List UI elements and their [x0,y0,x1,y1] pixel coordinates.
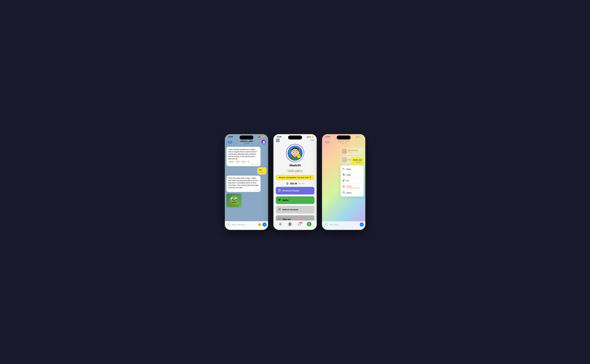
message-bubble-2: Man 6.42 pm ✓ [257,167,267,174]
delete-ctx-content: Delete auto-deletes in 23:59:55 [346,185,360,188]
message-time-2: 6.42 pm ✓ [259,171,265,173]
nav-settings[interactable]: ⚙️ [279,222,282,226]
wallet-button[interactable]: Wallet [276,196,315,204]
chat-header-info-3: 0x571a...a451 Stranger [329,140,359,144]
delete-ctx-label: Delete [346,185,360,187]
chat-peer-name-1: 0x571a...a451 [232,140,261,143]
sticker-message-1: 6.43 pm [226,194,242,209]
profile-name: Wade35 [289,164,301,167]
context-reply-item[interactable]: Reply [341,166,364,172]
chat-input-bar-1: Write a message__ 😊 [225,221,268,230]
phone-2-profile: 10:00 📶 🔋 [272,133,318,231]
attach-button-3[interactable] [323,222,328,227]
add-account-label: Add an account [282,208,298,211]
avatar-ring [286,144,304,162]
copy-address-icon: ⧉ [301,170,302,172]
battery-icon-2: 🔋 [312,136,314,138]
svg-point-0 [263,141,265,143]
message-input-3[interactable]: Send a ting... [329,224,359,226]
chat-header-info-1: 0x571a...a451 Stranger [232,140,261,144]
back-button-3[interactable]: ‹ 537 [324,141,329,143]
reaction-dance[interactable]: 💅 14 [241,161,246,163]
message-input-1[interactable]: Write a message__ [232,224,257,226]
context-delete-item[interactable]: Delete auto-deletes in 23:59:55 [341,184,364,190]
back-chevron-icon-1: ‹ [227,141,227,143]
svg-point-48 [343,192,345,194]
file-attachment-1: IMG_6244.HEIC 1.4 MB [341,148,364,155]
recovery-phrase-icon [278,189,281,193]
back-chevron-icon-3: ‹ [324,141,325,143]
chat-avatar-1[interactable] [261,140,266,145]
message-reactions-1: ❤️‍🔥 353 🔥 55 💅 14 ⚙️ [228,161,259,163]
profile-bio: designer, photographer, 'big tasty' love… [276,175,315,180]
context-menu-area: Sweet, cya! 6.44 pm ✓ Reply [341,157,364,196]
chat-peer-status-3: Stranger [329,143,359,144]
phones-container: 10:00 📶 🔋 ‹ 537 0x571a...a451 Strange [224,133,366,231]
message-time-3: 6.43 pm [228,189,259,191]
reaction-gear[interactable]: ⚙️ [247,161,250,163]
delete-ctx-icon [342,185,345,188]
attach-button-1[interactable] [226,222,230,227]
messages-badge: 34 [300,222,302,223]
settings-nav-icon: ⚙️ [279,222,282,226]
context-select-item[interactable]: Select [341,190,364,196]
profile-content-2: Edit [273,139,317,223]
chat-header-3: ‹ 537 0x571a...a451 Stranger [322,139,365,146]
svg-rect-46 [343,174,344,176]
wifi-icon-2: 📶 [309,136,311,138]
nav-profile[interactable]: 👤 [288,222,292,226]
nav-add-icon: + [308,222,310,226]
stats-sub-value: 965,34$ [298,182,304,184]
phone-3-context: 10:00 📶 🔋 ‹ 537 0x571a...a451 Strange [321,133,366,231]
dynamic-island-1 [240,136,253,139]
sign-out-icon [278,217,281,221]
battery-icon-1: 🔋 [263,136,265,138]
chat-header-1: ‹ 537 0x571a...a451 Stranger [225,139,268,146]
file-size-1: 1.4 MB [347,151,358,153]
context-message-text: Sweet, cya! [353,159,362,161]
svg-point-32 [279,190,280,191]
edit-button[interactable]: Edit [310,139,314,142]
context-popup-menu: Reply Copy [341,165,364,197]
message-text-3: That's the whole point of tingl - neithe… [228,177,259,189]
status-icons-3: 📶 🔋 [355,136,362,138]
back-badge-3: 537 [325,141,329,143]
recovery-phrase-label: Recovery Phrase [282,189,299,192]
status-time-3: 10:00 [325,136,330,138]
svg-point-26 [291,152,292,154]
context-copy-item[interactable]: Copy [341,172,364,178]
context-pin-item[interactable]: Pin [341,178,364,184]
pepe-sticker [226,194,242,208]
copy-ctx-label: Copy [346,174,351,176]
svg-point-1 [263,143,265,144]
chat-peer-status-1: Stranger [232,143,261,144]
pin-ctx-label: Pin [346,180,349,182]
wallet-address-button[interactable]: 05a4b0...34fdf8 ⧉ [286,169,303,173]
svg-rect-39 [278,199,280,199]
recovery-phrase-button[interactable]: Recovery Phrase [276,187,315,195]
nav-messages[interactable]: 💬 34 [298,222,301,226]
bottom-nav-2: ⚙️ 👤 💬 34 + [273,221,317,230]
emoji-button-1[interactable]: 😊 [258,223,262,226]
reaction-fire[interactable]: 🔥 55 [235,161,240,163]
context-message-time: 6.44 pm ✓ [353,162,362,163]
message-bubble-3: That's the whole point of tingl - neithe… [226,176,260,192]
dynamic-island-3 [337,136,351,139]
stats-icon: ⚙️ [286,182,289,185]
dynamic-island-2 [288,136,302,139]
wallet-address-text: 05a4b0...34fdf8 [288,170,300,172]
back-button-1[interactable]: ‹ 537 [227,141,232,143]
back-badge-1: 537 [228,141,232,143]
signal-icon-1 [258,136,260,137]
send-button-1[interactable] [262,222,267,227]
chat-peer-name-3: 0x571a...a451 [329,140,359,143]
status-time-2: 10:00 [276,136,281,138]
grid-icon[interactable] [276,139,279,142]
copy-ctx-icon [342,173,345,176]
status-icons-2: 📶 🔋 [307,136,314,138]
nav-add-button[interactable]: + [307,222,311,226]
reaction-fire-heart[interactable]: ❤️‍🔥 353 [228,161,234,163]
add-account-button[interactable]: Add an account [276,206,315,214]
send-button-3[interactable] [360,222,364,227]
profile-avatar[interactable] [288,146,302,161]
